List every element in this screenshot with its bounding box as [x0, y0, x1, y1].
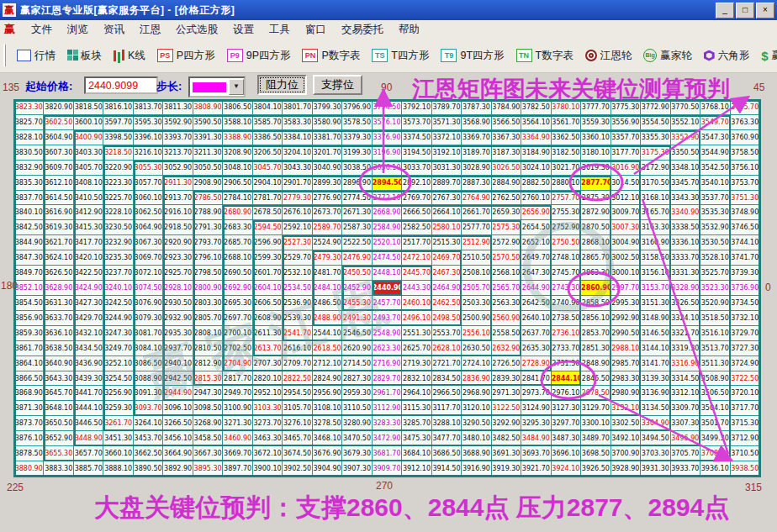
price-cell: 3595.30 — [134, 115, 163, 130]
price-cell: 2776.90 — [313, 191, 342, 206]
chevron-down-icon[interactable]: ▼ — [229, 79, 244, 95]
price-cell: 3727.30 — [731, 341, 760, 356]
price-cell: 3724.90 — [731, 356, 760, 371]
price-cell: 3156.10 — [641, 266, 670, 281]
price-cell: 3292.90 — [492, 416, 521, 431]
menu-item-交易委托[interactable]: 交易委托 — [341, 23, 383, 37]
price-cell: 2956.90 — [313, 386, 342, 401]
step-dropdown[interactable]: ▼ — [188, 76, 246, 97]
price-cell: 3014.50 — [611, 176, 641, 191]
price-cell: 2688.10 — [223, 250, 252, 266]
price-cell: 2685.70 — [223, 235, 252, 250]
price-cell: 2553.70 — [432, 326, 462, 341]
menu-item-设置[interactable]: 设置 — [233, 23, 254, 37]
minimize-button[interactable]: _ — [716, 3, 734, 18]
menu-item-公式选股[interactable]: 公式选股 — [176, 23, 218, 37]
price-cell: 2589.70 — [313, 220, 342, 235]
price-cell: 3904.90 — [313, 461, 342, 477]
toolbar-button-赢家轮[interactable]: Big赢家轮 — [641, 47, 695, 65]
toolbar-button-T四方形[interactable]: TST四方形 — [369, 47, 431, 65]
toolbar-button-9P四方形[interactable]: P99P四方形 — [225, 47, 293, 65]
toolbar-button-行情[interactable]: 行情 — [14, 47, 58, 65]
start-price-input[interactable] — [84, 76, 158, 94]
price-cell: 3489.70 — [581, 431, 610, 446]
toolbar-button-江恩轮[interactable]: 江恩轮 — [583, 47, 635, 65]
toolbar-button-板块[interactable]: 板块 — [65, 47, 104, 65]
price-cell: 2908.90 — [193, 176, 223, 191]
price-cell: 2808.10 — [193, 326, 223, 341]
menu-item-工具[interactable]: 工具 — [269, 23, 290, 37]
price-cell: 2875.30 — [581, 191, 610, 206]
price-cell: 3120.10 — [462, 401, 491, 416]
key-level-cell: 2894.50 — [373, 176, 402, 191]
support-button[interactable]: 支撑位 — [313, 75, 362, 95]
toolbar-button-六角形[interactable]: 六角形 — [701, 47, 753, 65]
toolbar-button-P四方形[interactable]: PSP四方形 — [155, 47, 218, 65]
menu-item-文件[interactable]: 文件 — [31, 23, 52, 37]
menu-item-帮助[interactable]: 帮助 — [399, 23, 420, 37]
price-cell: 2788.90 — [193, 205, 223, 220]
resistance-button[interactable]: 阻力位 — [257, 75, 307, 95]
maximize-button[interactable]: □ — [736, 3, 754, 18]
price-cell: 3336.10 — [671, 235, 700, 250]
toolbar-button-K线[interactable]: K线 — [111, 47, 148, 65]
price-cell: 3832.90 — [14, 161, 44, 176]
price-cell: 3256.90 — [103, 386, 133, 401]
menu-item-窗口[interactable]: 窗口 — [305, 23, 326, 37]
price-cell: 2625.70 — [402, 341, 431, 356]
price-cell: 2990.50 — [611, 326, 641, 341]
price-cell: 3936.10 — [700, 461, 730, 477]
price-cell: 3324.10 — [671, 311, 700, 326]
price-cell: 3057.70 — [134, 176, 163, 191]
price-cell: 3588.10 — [223, 115, 252, 130]
toolbar-button-赢家服务[interactable]: $赢家服务 — [758, 47, 777, 65]
price-cell: 3364.90 — [521, 130, 551, 145]
price-cell: 3189.70 — [462, 145, 491, 161]
price-cell: 3396.10 — [134, 130, 163, 145]
TS-badge-icon: TS — [372, 49, 388, 62]
price-cell: 3357.70 — [611, 130, 641, 145]
angle-label-45: 45 — [753, 82, 764, 93]
menu-item-江恩[interactable]: 江恩 — [140, 23, 161, 37]
price-cell: 2971.30 — [492, 386, 521, 401]
close-button[interactable]: × — [756, 3, 774, 18]
price-cell: 3636.10 — [44, 326, 73, 341]
start-price-label: 起始价格: — [25, 79, 72, 94]
price-cell: 3626.50 — [44, 266, 73, 281]
price-cell: 2863.30 — [581, 266, 610, 281]
price-cell: 3705.70 — [671, 446, 700, 461]
price-cell: 2584.90 — [373, 220, 402, 235]
key-level-cell: 2877.70 — [581, 176, 610, 191]
menu-item-资讯[interactable]: 资讯 — [103, 23, 124, 37]
key-level-cell: 2860.90 — [581, 281, 610, 296]
price-cell: 3415.30 — [74, 220, 103, 235]
price-cell: 3151.30 — [641, 296, 670, 311]
price-cell: 3122.50 — [492, 401, 521, 416]
price-cell: 3194.50 — [402, 145, 431, 161]
toolbar-button-T数字表[interactable]: TNT数字表 — [514, 47, 576, 65]
price-cell: 2731.30 — [552, 356, 581, 371]
toolbar-button-P数字表[interactable]: PNP数字表 — [299, 47, 362, 65]
price-cell: 3544.90 — [700, 145, 730, 161]
price-cell: 3108.10 — [313, 401, 342, 416]
price-cell: 3540.10 — [700, 176, 730, 191]
price-cell: 3280.90 — [342, 416, 372, 431]
price-cell: 3892.90 — [163, 461, 193, 477]
price-cell: 3408.10 — [74, 176, 103, 191]
price-cell: 3921.70 — [521, 461, 551, 477]
hexagon-icon — [704, 50, 715, 61]
price-cell: 2611.30 — [253, 326, 283, 341]
price-cell: 2594.50 — [253, 220, 283, 235]
price-cell: 2493.70 — [373, 311, 402, 326]
price-cell: 3146.50 — [641, 326, 670, 341]
price-cell: 3439.30 — [74, 371, 103, 387]
price-cell: 3876.10 — [14, 431, 44, 446]
price-cell: 3218.50 — [103, 145, 133, 161]
toolbar-button-9T四方形[interactable]: T99T四方形 — [438, 47, 506, 65]
menu-item-浏览[interactable]: 浏览 — [67, 23, 88, 37]
price-cell: 3295.30 — [521, 416, 551, 431]
price-cell: 3820.90 — [44, 100, 73, 115]
price-cell: 2985.70 — [611, 356, 641, 371]
price-cell: 2628.10 — [432, 341, 462, 356]
price-cell: 3484.90 — [521, 431, 551, 446]
